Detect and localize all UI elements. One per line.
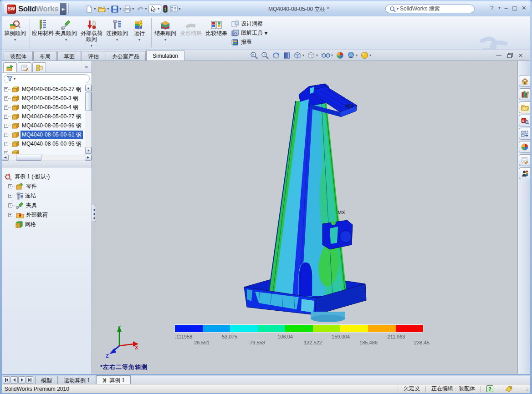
panel-splitter[interactable] — [2, 161, 92, 167]
edit-appearance-button[interactable] — [336, 51, 344, 59]
tree-item-label[interactable]: MQ4040-08-05-00-27 钢 — [20, 112, 83, 121]
next-tab-button[interactable] — [18, 376, 26, 384]
open-button[interactable]: ▾ — [97, 5, 109, 14]
tab-simulation[interactable]: Simulation — [146, 50, 184, 61]
view-orientation-button[interactable]: ▾ — [294, 51, 304, 59]
graphics-viewport[interactable]: MN MX .111958 53.075 — [96, 61, 517, 374]
expand-icon[interactable] — [4, 142, 8, 146]
apply-scene-button[interactable]: ▾ — [347, 51, 358, 59]
study-item-label[interactable]: 网格 — [25, 221, 36, 228]
tree-item-label[interactable]: MQ4040-08-05-00-95 钢 — [20, 140, 83, 148]
study-row[interactable]: 外部载荷 — [4, 210, 92, 220]
tree-row-selected[interactable]: MQ4040-08-05-00-61 钢 — [2, 130, 92, 139]
fixtures-advisor-button[interactable]: 夹具顾问▾ — [55, 17, 77, 49]
tree-filter[interactable]: ▾ — [4, 74, 90, 83]
search-box[interactable]: ▾ SolidWorks 搜索 — [385, 5, 475, 13]
apply-material-button[interactable]: 应用材料 — [32, 17, 54, 49]
expand-icon[interactable] — [4, 133, 8, 137]
tree-item-label[interactable]: MQ4040-08-05-00-3 钢 — [20, 94, 80, 103]
tree-row[interactable]: MQ4040-08-05-00-95 钢 — [2, 139, 92, 148]
plot-tools-caret-icon[interactable]: ▾ — [265, 30, 267, 36]
configuration-manager-tab[interactable] — [32, 62, 46, 72]
tree-item-label[interactable]: MQ4040-08-05-00-4 钢 — [20, 103, 80, 112]
study-row[interactable]: 网格 — [4, 220, 92, 229]
tab-office-products[interactable]: 办公室产品 — [106, 51, 146, 61]
appearances-scenes-button[interactable] — [519, 141, 530, 153]
solidworks-menu[interactable]: SW SolidWorks ▶ — [4, 3, 69, 15]
expand-icon[interactable] — [8, 203, 12, 207]
connections-advisor-button[interactable]: 连接顾问▾ — [106, 17, 128, 49]
study-root-row[interactable]: 算例 1 (-默认-) — [4, 172, 92, 182]
doc-close-button[interactable]: ✕ — [518, 52, 523, 59]
solidworks-resources-button[interactable] — [519, 75, 530, 87]
expand-icon[interactable] — [4, 106, 8, 110]
search-pane-button[interactable]: S — [519, 115, 530, 126]
filter-caret-icon[interactable]: ▾ — [14, 77, 15, 81]
expand-icon[interactable] — [4, 124, 8, 128]
doc-restore-button[interactable] — [507, 53, 513, 58]
scroll-down-icon[interactable]: ▼ — [85, 147, 92, 154]
expand-icon[interactable] — [4, 96, 8, 101]
tab-assembly[interactable]: 装配体 — [4, 51, 33, 61]
options-button[interactable]: ▾ — [169, 5, 181, 13]
rotate-view-button[interactable] — [272, 51, 280, 59]
design-insight-button[interactable]: 设计洞察 — [231, 20, 267, 28]
external-loads-advisor-button[interactable]: 外部载荷顾问▾ — [78, 17, 105, 49]
model-tab[interactable]: 模型 — [35, 376, 58, 384]
document-recovery-button[interactable] — [519, 167, 530, 179]
search-scope-caret-icon[interactable]: ▾ — [397, 7, 399, 11]
minimize-button[interactable]: – — [505, 5, 508, 11]
tree-item-label[interactable]: MQ4040-08-05-00-27 钢 — [20, 85, 83, 94]
feature-manager-tab[interactable] — [3, 62, 17, 72]
hide-show-items-button[interactable]: ▾ — [321, 52, 333, 59]
expand-icon[interactable] — [4, 115, 8, 119]
save-button[interactable]: ▾ — [111, 5, 122, 14]
first-tab-button[interactable] — [3, 376, 10, 384]
study-row[interactable]: 连结 — [4, 191, 92, 201]
new-document-button[interactable]: ▾ — [85, 5, 96, 14]
view-settings-button[interactable]: ▾ — [361, 51, 371, 59]
study-root-label[interactable]: 算例 1 (-默认-) — [15, 173, 50, 181]
tree-item-label[interactable]: MQ4040-08-05-00-96 钢 — [20, 121, 83, 130]
plot-tools-button[interactable]: 图解工具 ▾ — [231, 29, 267, 37]
property-manager-tab[interactable] — [18, 62, 31, 72]
view-palette-button[interactable] — [519, 128, 530, 140]
file-explorer-button[interactable] — [519, 101, 530, 113]
study-advisor-button[interactable]: 算例顾问▾ — [2, 17, 28, 49]
select-tool-button[interactable]: ▾ — [148, 5, 161, 13]
scroll-thumb[interactable] — [16, 155, 41, 161]
close-button[interactable]: ✕ — [522, 5, 527, 11]
expand-icon[interactable] — [4, 87, 8, 91]
last-tab-button[interactable] — [26, 376, 33, 384]
quick-tips-icon[interactable]: ? — [486, 385, 493, 392]
expand-icon[interactable] — [4, 151, 8, 154]
custom-properties-button[interactable] — [519, 154, 530, 166]
tree-row[interactable]: MQ4040-08-05-00-96 钢 — [2, 121, 92, 130]
scroll-right-icon[interactable]: ▶ — [85, 155, 92, 161]
study-row[interactable]: 零件 — [4, 182, 92, 191]
print-button[interactable]: ▾ — [123, 5, 134, 14]
scroll-thumb[interactable] — [85, 92, 92, 111]
undo-button[interactable]: ▾ — [136, 5, 147, 14]
previous-tab-button[interactable] — [10, 376, 18, 384]
study-item-label[interactable]: 连结 — [25, 192, 36, 200]
resize-grip[interactable] — [523, 386, 529, 392]
panel-chevron-icon[interactable]: » — [85, 64, 88, 70]
study-row[interactable]: 夹具 — [4, 201, 92, 210]
expand-icon[interactable] — [8, 184, 12, 188]
zoom-to-fit-button[interactable] — [250, 51, 258, 59]
help-caret-icon[interactable]: ▾ — [499, 5, 501, 11]
rebuild-button[interactable] — [163, 4, 168, 14]
motion-study-tab[interactable]: 运动算例 1 — [58, 376, 96, 384]
section-view-button[interactable] — [283, 51, 291, 59]
study-tab[interactable]: 算例 1 — [96, 375, 131, 384]
tag-cell[interactable] — [499, 386, 518, 392]
zoom-to-area-button[interactable] — [261, 51, 269, 59]
tree-row[interactable]: MQ4040-08-05-00-4 钢 — [2, 103, 92, 112]
scroll-up-icon[interactable]: ▲ — [85, 85, 92, 91]
display-style-button[interactable]: ▾ — [307, 51, 318, 59]
study-item-label[interactable]: 夹具 — [26, 202, 37, 209]
study-item-label[interactable]: 零件 — [26, 182, 37, 190]
results-advisor-button[interactable]: 结果顾问▾ — [153, 17, 177, 49]
scroll-left-icon[interactable]: ◀ — [2, 155, 9, 161]
